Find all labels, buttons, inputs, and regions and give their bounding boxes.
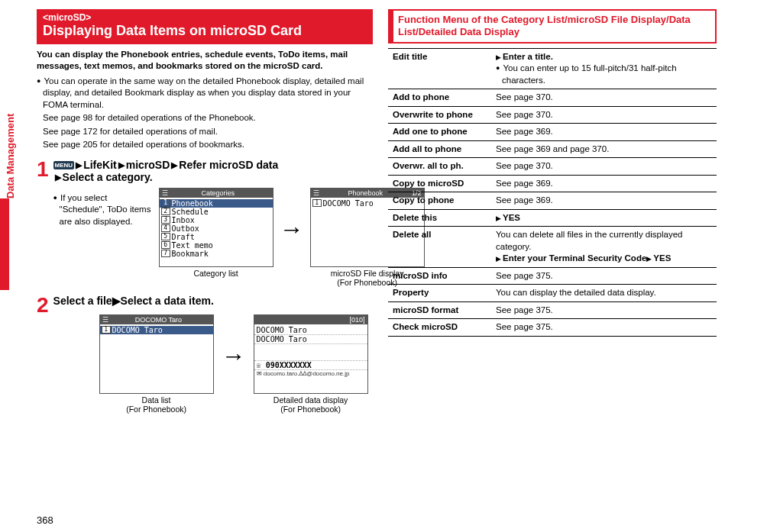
menu-icon: MENU (53, 161, 75, 169)
function-table: Edit title▶Enter a title.You can enter u… (388, 48, 717, 337)
step-number: 1 (37, 159, 49, 287)
screenshot-datalist: ☰DOCOMO Taro 1DOCOMO Taro Data list(For … (99, 314, 214, 414)
lead-text: You can display the Phonebook entries, s… (37, 49, 373, 73)
table-row: Add to phoneSee page 370. (388, 89, 717, 107)
section-header: <microSD> Displaying Data Items on micro… (37, 9, 373, 44)
list-item: 2Schedule (160, 208, 273, 216)
note: You can operate in the same way on the d… (37, 76, 373, 111)
table-row: Copy to phoneSee page 369. (388, 192, 717, 210)
table-row: Overwr. all to ph.See page 370. (388, 158, 717, 176)
note: See page 98 for detailed operations of t… (37, 112, 373, 124)
step-instruction: MENU▶LifeKit▶microSD▶Refer microSD data▶… (53, 159, 425, 183)
table-row: Delete this▶YES (388, 209, 717, 227)
list-item: 1Phonebook (160, 199, 273, 208)
note: See page 172 for detailed operations of … (37, 126, 373, 138)
step-2: 2 Select a file▶Select a data item. ☰DOC… (37, 295, 373, 414)
section-label: Data Management (5, 114, 16, 198)
table-row: microSD formatSee page 375. (388, 301, 717, 319)
table-row: Add all to phoneSee page 369 and page 37… (388, 140, 717, 158)
list-item: 3Inbox (160, 216, 273, 224)
table-row: Copy to microSDSee page 369. (388, 175, 717, 192)
header-tag: <microSD> (43, 12, 367, 23)
screenshot-detail: [010] DOCOMO Taro DOCOMO Taro ☏ 090XXXXX… (254, 314, 368, 414)
function-menu-header: Function Menu of the Category List/micro… (388, 9, 717, 44)
table-row: microSD infoSee page 375. (388, 267, 717, 285)
table-row: Add one to phoneSee page 369. (388, 124, 717, 141)
arrow-icon: → (222, 342, 246, 370)
step-instruction: Select a file▶Select a data item. (53, 295, 373, 307)
side-tab (0, 198, 9, 290)
table-row: Delete allYou can delete all files in th… (388, 227, 717, 268)
table-row: Overwrite to phoneSee page 370. (388, 106, 717, 124)
step-1: 1 MENU▶LifeKit▶microSD▶Refer microSD dat… (37, 159, 373, 287)
page-number: 368 (37, 514, 53, 526)
list-item: 5Draft (160, 233, 273, 241)
table-row: Check microSDSee page 375. (388, 319, 717, 337)
table-row: Edit title▶Enter a title.You can enter u… (388, 48, 717, 89)
list-item: 6Text memo (160, 241, 273, 250)
note: See page 205 for detailed operations of … (37, 139, 373, 151)
list-item: 4Outbox (160, 224, 273, 233)
table-row: PropertyYou can display the detailed dat… (388, 285, 717, 302)
list-item: 7Bookmark (160, 250, 273, 258)
arrow-icon: → (280, 215, 304, 243)
header-title: Displaying Data Items on microSD Card (43, 23, 367, 40)
step-number: 2 (37, 295, 49, 414)
step-note: If you select "Schedule", ToDo items are… (53, 192, 153, 287)
screenshot-category: ☰Categories 1Phonebook2Schedule3Inbox4Ou… (159, 188, 273, 287)
